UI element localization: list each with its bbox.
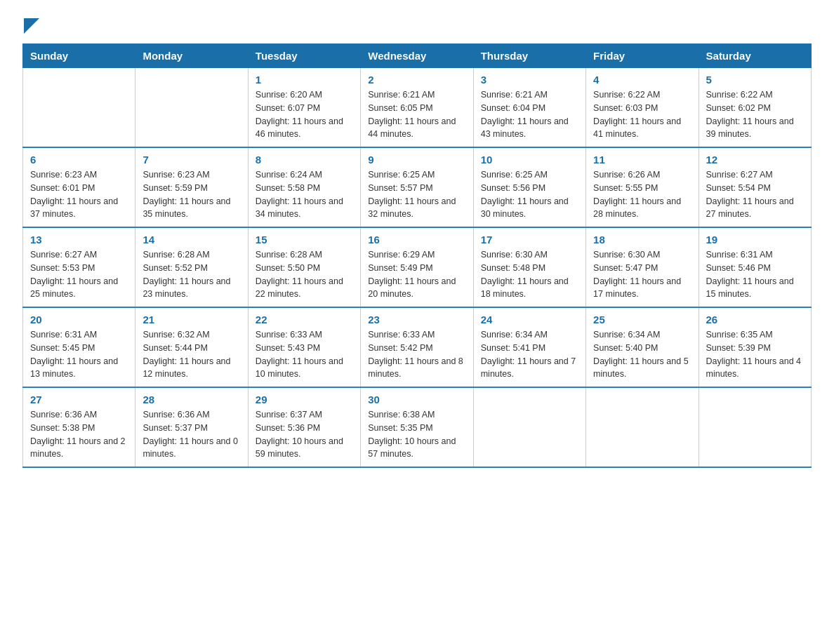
day-cell: 27Sunrise: 6:36 AMSunset: 5:38 PMDayligh… [23,387,135,467]
day-detail: Sunrise: 6:27 AMSunset: 5:53 PMDaylight:… [30,248,128,301]
day-detail: Sunrise: 6:34 AMSunset: 5:41 PMDaylight:… [481,328,578,381]
day-detail: Sunrise: 6:22 AMSunset: 6:02 PMDaylight:… [706,88,804,141]
day-cell [473,387,585,467]
day-number: 25 [593,314,691,326]
day-number: 20 [30,314,128,326]
day-number: 9 [368,154,465,166]
day-number: 22 [256,314,353,326]
day-detail: Sunrise: 6:23 AMSunset: 5:59 PMDaylight:… [143,168,240,221]
day-cell [135,68,248,148]
day-header-tuesday: Tuesday [248,44,360,68]
day-number: 19 [706,234,804,246]
day-detail: Sunrise: 6:30 AMSunset: 5:47 PMDaylight:… [593,248,691,301]
day-number: 28 [143,394,240,405]
day-cell: 22Sunrise: 6:33 AMSunset: 5:43 PMDayligh… [248,307,360,387]
day-header-thursday: Thursday [473,44,585,68]
day-cell: 6Sunrise: 6:23 AMSunset: 6:01 PMDaylight… [23,147,135,227]
day-cell [23,68,135,148]
day-number: 5 [706,74,804,86]
day-number: 4 [593,74,691,86]
day-cell: 11Sunrise: 6:26 AMSunset: 5:55 PMDayligh… [586,147,699,227]
day-number: 1 [256,74,353,86]
day-cell: 24Sunrise: 6:34 AMSunset: 5:41 PMDayligh… [473,307,585,387]
day-detail: Sunrise: 6:35 AMSunset: 5:39 PMDaylight:… [706,328,804,381]
day-cell: 12Sunrise: 6:27 AMSunset: 5:54 PMDayligh… [699,147,811,227]
day-cell: 1Sunrise: 6:20 AMSunset: 6:07 PMDaylight… [248,68,360,148]
day-detail: Sunrise: 6:29 AMSunset: 5:49 PMDaylight:… [368,248,465,301]
day-cell: 8Sunrise: 6:24 AMSunset: 5:58 PMDaylight… [248,147,360,227]
day-cell: 5Sunrise: 6:22 AMSunset: 6:02 PMDaylight… [699,68,811,148]
day-detail: Sunrise: 6:23 AMSunset: 6:01 PMDaylight:… [30,168,128,221]
day-detail: Sunrise: 6:27 AMSunset: 5:54 PMDaylight:… [706,168,804,221]
day-cell: 30Sunrise: 6:38 AMSunset: 5:35 PMDayligh… [361,387,473,467]
day-cell: 20Sunrise: 6:31 AMSunset: 5:45 PMDayligh… [23,307,135,387]
day-number: 21 [143,314,240,326]
day-number: 6 [30,154,128,166]
day-cell: 21Sunrise: 6:32 AMSunset: 5:44 PMDayligh… [135,307,248,387]
calendar-table: SundayMondayTuesdayWednesdayThursdayFrid… [22,43,812,468]
day-number: 24 [481,314,578,326]
day-cell: 17Sunrise: 6:30 AMSunset: 5:48 PMDayligh… [473,227,585,307]
day-detail: Sunrise: 6:33 AMSunset: 5:42 PMDaylight:… [368,328,465,381]
day-cell: 26Sunrise: 6:35 AMSunset: 5:39 PMDayligh… [699,307,811,387]
day-detail: Sunrise: 6:36 AMSunset: 5:38 PMDaylight:… [30,408,128,461]
day-header-monday: Monday [135,44,248,68]
day-header-sunday: Sunday [23,44,135,68]
calendar-header: SundayMondayTuesdayWednesdayThursdayFrid… [23,44,812,68]
day-number: 3 [481,74,578,86]
day-detail: Sunrise: 6:33 AMSunset: 5:43 PMDaylight:… [256,328,353,381]
day-detail: Sunrise: 6:25 AMSunset: 5:56 PMDaylight:… [481,168,578,221]
day-number: 13 [30,234,128,246]
day-number: 7 [143,154,240,166]
calendar-body: 1Sunrise: 6:20 AMSunset: 6:07 PMDaylight… [23,68,812,468]
day-cell: 14Sunrise: 6:28 AMSunset: 5:52 PMDayligh… [135,227,248,307]
day-number: 15 [256,234,353,246]
day-detail: Sunrise: 6:31 AMSunset: 5:45 PMDaylight:… [30,328,128,381]
day-number: 8 [256,154,353,166]
day-detail: Sunrise: 6:22 AMSunset: 6:03 PMDaylight:… [593,88,691,141]
day-detail: Sunrise: 6:28 AMSunset: 5:52 PMDaylight:… [143,248,240,301]
day-header-saturday: Saturday [699,44,811,68]
day-cell: 10Sunrise: 6:25 AMSunset: 5:56 PMDayligh… [473,147,585,227]
day-number: 14 [143,234,240,246]
page-header [22,17,812,31]
week-row-1: 1Sunrise: 6:20 AMSunset: 6:07 PMDaylight… [23,68,812,148]
day-cell [699,387,811,467]
day-detail: Sunrise: 6:30 AMSunset: 5:48 PMDaylight:… [481,248,578,301]
day-cell: 29Sunrise: 6:37 AMSunset: 5:36 PMDayligh… [248,387,360,467]
day-cell: 4Sunrise: 6:22 AMSunset: 6:03 PMDaylight… [586,68,699,148]
day-cell: 16Sunrise: 6:29 AMSunset: 5:49 PMDayligh… [361,227,473,307]
day-detail: Sunrise: 6:38 AMSunset: 5:35 PMDaylight:… [368,408,465,461]
day-cell: 7Sunrise: 6:23 AMSunset: 5:59 PMDaylight… [135,147,248,227]
day-number: 27 [30,394,128,405]
day-header-wednesday: Wednesday [361,44,473,68]
day-number: 23 [368,314,465,326]
day-cell: 13Sunrise: 6:27 AMSunset: 5:53 PMDayligh… [23,227,135,307]
day-detail: Sunrise: 6:36 AMSunset: 5:37 PMDaylight:… [143,408,240,461]
day-detail: Sunrise: 6:20 AMSunset: 6:07 PMDaylight:… [256,88,353,141]
day-cell: 9Sunrise: 6:25 AMSunset: 5:57 PMDaylight… [361,147,473,227]
week-row-5: 27Sunrise: 6:36 AMSunset: 5:38 PMDayligh… [23,387,812,467]
day-cell: 15Sunrise: 6:28 AMSunset: 5:50 PMDayligh… [248,227,360,307]
week-row-2: 6Sunrise: 6:23 AMSunset: 6:01 PMDaylight… [23,147,812,227]
week-row-4: 20Sunrise: 6:31 AMSunset: 5:45 PMDayligh… [23,307,812,387]
day-cell: 28Sunrise: 6:36 AMSunset: 5:37 PMDayligh… [135,387,248,467]
day-cell: 18Sunrise: 6:30 AMSunset: 5:47 PMDayligh… [586,227,699,307]
day-number: 10 [481,154,578,166]
day-number: 16 [368,234,465,246]
day-number: 12 [706,154,804,166]
day-detail: Sunrise: 6:21 AMSunset: 6:05 PMDaylight:… [368,88,465,141]
day-number: 11 [593,154,691,166]
svg-marker-0 [24,18,39,34]
logo [22,17,39,31]
day-number: 17 [481,234,578,246]
week-row-3: 13Sunrise: 6:27 AMSunset: 5:53 PMDayligh… [23,227,812,307]
day-cell: 2Sunrise: 6:21 AMSunset: 6:05 PMDaylight… [361,68,473,148]
day-cell: 23Sunrise: 6:33 AMSunset: 5:42 PMDayligh… [361,307,473,387]
day-cell: 25Sunrise: 6:34 AMSunset: 5:40 PMDayligh… [586,307,699,387]
day-detail: Sunrise: 6:32 AMSunset: 5:44 PMDaylight:… [143,328,240,381]
day-detail: Sunrise: 6:28 AMSunset: 5:50 PMDaylight:… [256,248,353,301]
day-number: 26 [706,314,804,326]
day-detail: Sunrise: 6:21 AMSunset: 6:04 PMDaylight:… [481,88,578,141]
day-detail: Sunrise: 6:26 AMSunset: 5:55 PMDaylight:… [593,168,691,221]
